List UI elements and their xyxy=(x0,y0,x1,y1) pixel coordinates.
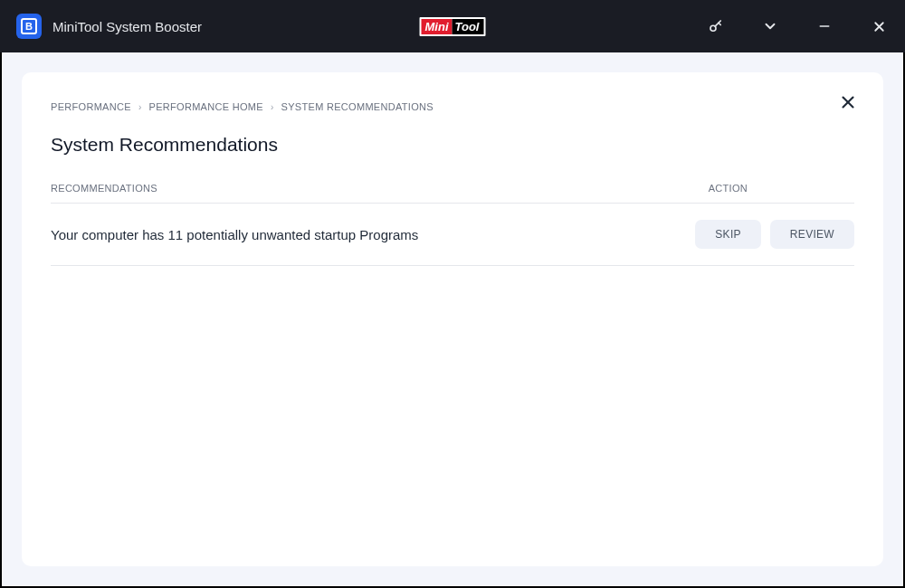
key-icon[interactable] xyxy=(706,16,726,36)
review-button[interactable]: REVIEW xyxy=(770,220,854,249)
breadcrumb-current: SYSTEM RECOMMENDATIONS xyxy=(281,101,433,112)
column-header-action: ACTION xyxy=(709,183,748,194)
content-area: PERFORMANCE › PERFORMANCE HOME › SYSTEM … xyxy=(0,52,905,588)
column-header-recommendations: RECOMMENDATIONS xyxy=(51,183,157,194)
brand-logo-box: Mini Tool xyxy=(420,17,486,36)
titlebar: B MiniTool System Booster Mini Tool xyxy=(0,0,905,52)
titlebar-controls xyxy=(706,16,889,36)
row-actions: SKIP REVIEW xyxy=(695,220,854,249)
breadcrumb-performance-home[interactable]: PERFORMANCE HOME xyxy=(149,101,263,112)
brand-right: Tool xyxy=(452,19,484,34)
chevron-right-icon: › xyxy=(138,102,142,112)
breadcrumb-performance[interactable]: PERFORMANCE xyxy=(51,101,131,112)
minimize-button[interactable] xyxy=(814,16,834,36)
app-title: MiniTool System Booster xyxy=(52,19,202,34)
svg-line-2 xyxy=(719,23,720,24)
app-icon: B xyxy=(16,14,42,39)
chevron-right-icon: › xyxy=(271,102,274,112)
breadcrumb: PERFORMANCE › PERFORMANCE HOME › SYSTEM … xyxy=(51,101,854,112)
close-button[interactable] xyxy=(869,16,889,36)
page-title: System Recommendations xyxy=(51,134,854,156)
recommendation-text: Your computer has 11 potentially unwante… xyxy=(51,227,418,242)
brand-logo: Mini Tool xyxy=(420,17,486,36)
app-window: B MiniTool System Booster Mini Tool xyxy=(0,0,905,588)
skip-button[interactable]: SKIP xyxy=(695,220,761,249)
brand-left: Mini xyxy=(422,19,452,34)
table-header: RECOMMENDATIONS ACTION xyxy=(51,183,854,204)
app-icon-glyph: B xyxy=(21,18,37,34)
chevron-down-icon[interactable] xyxy=(760,16,780,36)
table-row: Your computer has 11 potentially unwante… xyxy=(51,204,854,266)
close-panel-button[interactable] xyxy=(838,92,858,116)
main-card: PERFORMANCE › PERFORMANCE HOME › SYSTEM … xyxy=(22,72,883,566)
